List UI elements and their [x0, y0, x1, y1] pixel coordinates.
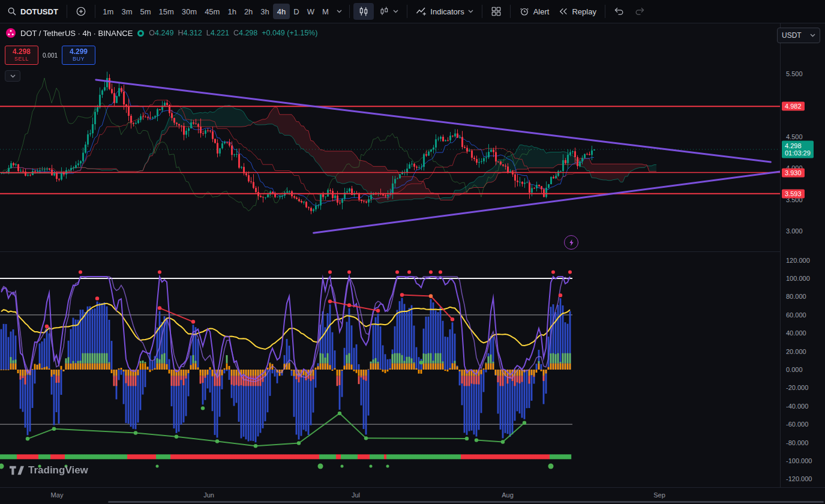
oscillator-pane[interactable]	[0, 252, 780, 487]
toolbar-divider	[605, 5, 605, 18]
time-tick-Sep: Sep	[653, 491, 665, 499]
timeframe-D[interactable]: D	[290, 4, 303, 19]
ohlc-low-value: 4.221	[211, 29, 229, 37]
buy-button[interactable]: 4.299 BUY	[62, 46, 95, 65]
symbol-search-button[interactable]: DOTUSDT	[2, 3, 63, 20]
time-tick-Aug: Aug	[502, 491, 514, 499]
ohlc-open-label: O	[149, 29, 155, 37]
toolbar-divider	[349, 5, 350, 18]
oscillator-tick: 120.000	[786, 257, 810, 264]
currency-label: USDT	[782, 31, 802, 40]
timeframe-2h[interactable]: 2h	[240, 4, 256, 19]
price-change: +0.049 (+1.15%)	[262, 29, 317, 37]
replay-icon	[559, 7, 568, 16]
ohlc-low-label: L	[206, 29, 211, 37]
chart-style-candles-button[interactable]	[353, 3, 374, 20]
price-tick: 5.500	[786, 70, 803, 77]
alert-label: Alert	[533, 7, 550, 16]
price-axis[interactable]: 5.5004.5004.0003.5003.000120.000100.0008…	[780, 23, 825, 487]
timeframe-4h-selected[interactable]: 4h	[273, 4, 289, 19]
pane-divider[interactable]	[0, 251, 825, 252]
top-toolbar: DOTUSDT 1m 3m 5m 15m 30m 45m 1h 2h 3h 4h…	[0, 0, 825, 23]
undo-icon	[614, 7, 625, 16]
indicators-icon	[416, 6, 427, 17]
timeframe-30m[interactable]: 30m	[178, 4, 200, 19]
ohlc-values: O4.249 H4.312 L4.221 C4.298 +0.049 (+1.1…	[149, 29, 317, 37]
horizontal-scrollbar[interactable]	[108, 501, 824, 503]
legend-collapse-button[interactable]	[5, 70, 20, 82]
timeframe-3m[interactable]: 3m	[118, 4, 136, 19]
timeframe-W[interactable]: W	[303, 4, 318, 19]
ohlc-close-value: 4.298	[239, 29, 257, 37]
chart-style-alt-button[interactable]	[374, 3, 403, 20]
buy-price: 4.299	[70, 48, 88, 55]
legend: DOT / TetherUS · 4h · BINANCE O4.249 H4.…	[6, 28, 317, 38]
time-tick-Jul: Jul	[352, 491, 360, 499]
toolbar-divider	[95, 5, 95, 18]
tradingview-logo[interactable]: TradingView	[10, 464, 88, 476]
toolbar-divider	[482, 5, 482, 18]
price-line-label[interactable]: 3.930	[782, 168, 805, 177]
timeframe-15m[interactable]: 15m	[155, 4, 178, 19]
price-countdown: 01:03:29	[785, 149, 811, 157]
compare-add-button[interactable]	[71, 3, 91, 20]
timeframe-1m[interactable]: 1m	[99, 4, 118, 19]
replay-button[interactable]: Replay	[554, 3, 601, 20]
time-tick-Jun: Jun	[203, 491, 214, 499]
toolbar-divider	[407, 5, 407, 18]
chevron-down-icon	[393, 10, 398, 13]
oscillator-tick: -40.000	[786, 403, 808, 410]
timeframe-45m[interactable]: 45m	[201, 4, 224, 19]
oscillator-tick: 0.000	[786, 366, 803, 373]
oscillator-tick: -80.000	[786, 439, 808, 446]
timeframe-3h[interactable]: 3h	[257, 4, 273, 19]
ohlc-open-value: 4.249	[155, 29, 173, 37]
candles-icon	[358, 6, 369, 17]
oscillator-tick: 100.000	[786, 275, 810, 282]
watermark-text: TradingView	[28, 464, 88, 476]
alert-clock-icon	[519, 6, 530, 17]
oscillator-tick: -120.000	[786, 475, 812, 482]
candles-alt-icon	[379, 6, 389, 17]
redo-button[interactable]	[629, 3, 650, 20]
plus-circle-icon	[76, 6, 86, 17]
tradingview-app: { "topbar": { "symbol": "DOTUSDT", "time…	[0, 0, 825, 504]
toolbar-divider	[510, 5, 511, 18]
timeframe-5m[interactable]: 5m	[136, 4, 155, 19]
toolbar-divider	[67, 5, 67, 18]
ohlc-high-value: 4.312	[183, 29, 202, 37]
timeframe-1h[interactable]: 1h	[224, 4, 240, 19]
oscillator-tick: -20.000	[786, 384, 808, 391]
symbol-name: DOTUSDT	[20, 7, 58, 16]
currency-toggle[interactable]: USDT	[777, 28, 820, 43]
order-widget: 4.298 SELL 0.001 4.299 BUY	[5, 46, 95, 65]
oscillator-tick: 80.000	[786, 293, 806, 300]
tradingview-mark-icon	[10, 466, 24, 475]
timeframe-M[interactable]: M	[318, 4, 332, 19]
indicators-button[interactable]: Indicators	[411, 3, 478, 20]
market-status-icon[interactable]	[137, 30, 144, 37]
undo-button[interactable]	[609, 3, 629, 20]
price-line-label[interactable]: 3.593	[782, 189, 805, 198]
replay-label: Replay	[572, 7, 596, 16]
chevron-down-icon	[810, 34, 815, 37]
alert-button[interactable]: Alert	[514, 3, 554, 20]
sell-price: 4.298	[13, 48, 31, 55]
flash-indicator-icon[interactable]	[564, 235, 578, 250]
buy-label: BUY	[73, 55, 85, 62]
oscillator-tick: 20.000	[786, 348, 806, 355]
polkadot-logo-icon	[6, 28, 16, 38]
price-tick: 3.000	[786, 227, 803, 235]
layout-grid-button[interactable]	[486, 3, 506, 20]
ohlc-close-label: C	[233, 29, 239, 37]
timeframe-menu-chevron[interactable]	[332, 4, 346, 19]
symbol-title[interactable]: DOT / TetherUS · 4h · BINANCE	[20, 29, 133, 38]
redo-icon	[634, 7, 645, 16]
chevron-down-icon	[468, 10, 473, 13]
chevron-down-icon	[10, 74, 16, 78]
main-price-chart[interactable]	[0, 23, 780, 252]
price-tick: 4.500	[786, 133, 803, 140]
oscillator-tick: -60.000	[786, 421, 808, 428]
price-line-label[interactable]: 4.982	[782, 102, 805, 111]
sell-button[interactable]: 4.298 SELL	[5, 46, 38, 65]
